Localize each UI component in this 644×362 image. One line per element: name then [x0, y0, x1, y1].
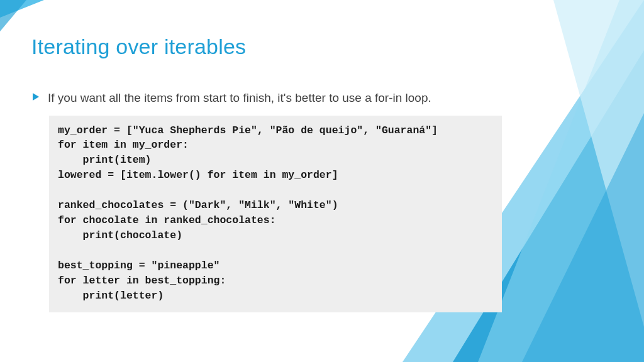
bullet-text: If you want all the items from start to … [48, 89, 431, 107]
triangle-bullet-icon [31, 92, 40, 101]
bullet-item: If you want all the items from start to … [31, 89, 600, 107]
slide-title: Iterating over iterables [31, 35, 600, 59]
slide: Iterating over iterables If you want all… [0, 0, 644, 362]
code-block: my_order = ["Yuca Shepherds Pie", "Pão d… [49, 116, 502, 312]
svg-marker-7 [33, 93, 39, 101]
slide-content: Iterating over iterables If you want all… [0, 0, 644, 312]
